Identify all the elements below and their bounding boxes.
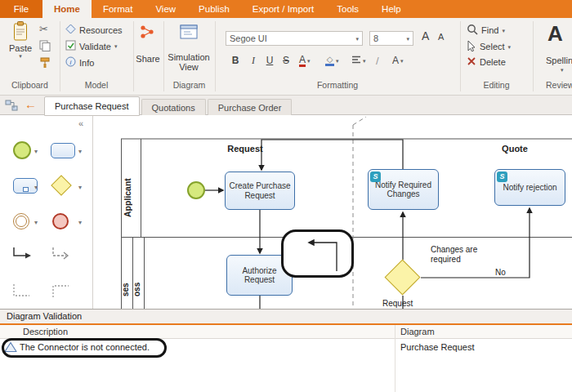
palette-gateway[interactable] (54, 178, 69, 193)
alignment-caret-icon: ▾ (363, 58, 366, 64)
message-flow-icon (51, 256, 74, 265)
ribbon-tab-home[interactable]: Home (42, 0, 92, 18)
delete-button[interactable]: Delete (467, 56, 506, 68)
validate-button[interactable]: Validate ▾ (65, 40, 117, 52)
palette-task[interactable] (51, 143, 75, 158)
collapse-palette-icon[interactable]: « (78, 118, 83, 128)
alignment-button[interactable]: ▾ (351, 52, 366, 69)
group-label-model: Model (60, 80, 133, 90)
tab-purchase-request[interactable]: Purchase Request (44, 96, 140, 116)
data-association-icon (51, 296, 74, 305)
group-label-diagram: Diagram (163, 80, 215, 90)
back-arrow-icon[interactable]: ← (25, 97, 37, 111)
flow-label-request: Request (382, 299, 423, 309)
task-notify-rejection[interactable]: S Notify rejection (494, 169, 565, 206)
flow-label-changes-required: Changes are required (431, 245, 483, 265)
cut-button[interactable]: ✂ (39, 23, 48, 35)
share-button[interactable] (140, 24, 154, 41)
font-size-combo[interactable]: 8 ▾ (369, 31, 413, 46)
diagram-canvas[interactable]: Request Quote Applicant ses oss Create P… (93, 115, 572, 309)
unconnected-connector[interactable] (284, 232, 351, 275)
palette-sequence-flow[interactable] (11, 246, 34, 265)
column-header-diagram: Diagram (400, 327, 435, 336)
grow-font-button[interactable]: A (422, 29, 429, 42)
validation-diagram-name: Purchase Request (400, 342, 475, 352)
line-style-icon: / (376, 55, 379, 67)
task-notify-required-changes[interactable]: S Notify Required Changes (368, 169, 439, 210)
fill-color-button[interactable]: ◇ ▾ (325, 52, 339, 69)
simulation-view-label-line1: Simulation (161, 52, 217, 62)
underline-button[interactable]: U (261, 52, 278, 69)
tab-purchase-order[interactable]: Purchase Order (208, 99, 293, 115)
group-label-clipboard: Clipboard (0, 80, 60, 90)
ribbon-tab-publish[interactable]: Publish (187, 0, 241, 18)
file-menu-tab[interactable]: File (0, 0, 42, 18)
group-divider (533, 21, 534, 91)
search-icon (467, 24, 478, 37)
task-create-purchase-request[interactable]: Create Purchase Request (225, 172, 295, 210)
intermediate-event-caret-icon[interactable]: ▾ (34, 219, 38, 226)
svg-text:i: i (70, 59, 72, 66)
start-event-caret-icon[interactable]: ▾ (34, 148, 38, 155)
ribbon-tab-help[interactable]: Help (370, 0, 413, 18)
column-separator (395, 325, 395, 392)
lane-label-partial-1: ses (121, 270, 132, 309)
resources-button[interactable]: Resources (65, 24, 123, 36)
group-label-formatting: Formatting (215, 80, 460, 90)
ribbon-tab-view[interactable]: View (144, 0, 187, 18)
cursor-icon (467, 40, 476, 53)
send-task-icon: S (370, 172, 381, 182)
text-case-button[interactable]: A ▾ (392, 52, 404, 69)
subprocess-caret-icon[interactable]: ▾ (34, 184, 38, 191)
annotation-highlight-connector (281, 229, 354, 278)
gateway-caret-icon[interactable]: ▾ (78, 184, 82, 191)
strikethrough-button[interactable]: S (278, 52, 294, 69)
palette-data-association[interactable] (51, 283, 74, 305)
start-event-node[interactable] (187, 181, 205, 199)
italic-button[interactable]: I (245, 52, 261, 69)
simulation-view-icon (180, 31, 198, 41)
annotation-highlight-validation (2, 338, 167, 358)
bold-button[interactable]: B (227, 52, 244, 69)
palette-intermediate-event[interactable] (13, 213, 29, 229)
simulation-view-button[interactable] (180, 24, 198, 41)
spelling-caret-icon: ▾ (561, 67, 564, 73)
validate-checkbox-icon (65, 40, 76, 52)
palette-message-flow[interactable] (51, 246, 74, 265)
alignment-icon (351, 56, 361, 65)
shrink-font-button[interactable]: A (438, 32, 444, 42)
ribbon-tab-format[interactable]: Format (92, 0, 144, 18)
tab-quotations[interactable]: Quotations (141, 99, 206, 115)
ribbon-tab-export-import[interactable]: Export / Import (241, 0, 325, 18)
palette-start-event[interactable] (13, 141, 31, 159)
validate-dropdown-caret-icon[interactable]: ▾ (114, 43, 118, 49)
task-icon (51, 143, 75, 158)
font-color-button[interactable]: A ▾ (299, 52, 311, 69)
text-case-icon: A (392, 55, 399, 66)
flow-label-no: No (495, 268, 520, 278)
find-button[interactable]: Find ▾ (467, 24, 505, 37)
intermediate-event-icon (13, 213, 29, 229)
group-label-editing: Editing (460, 80, 533, 90)
select-button[interactable]: Select ▾ (467, 40, 511, 53)
spelling-button[interactable]: Spelling (546, 56, 572, 65)
task-caret-icon[interactable]: ▾ (78, 148, 82, 155)
ribbon-tab-tools[interactable]: Tools (325, 0, 370, 18)
simulation-view-label-line2: View (161, 62, 217, 72)
paste-button[interactable]: Paste ▾ (5, 20, 36, 59)
info-button[interactable]: i Info (65, 56, 94, 69)
phase-header-request: Request (212, 144, 278, 154)
paste-dropdown-caret-icon[interactable]: ▾ (19, 53, 22, 59)
font-family-combo[interactable]: Segoe UI ▾ (226, 31, 363, 46)
text-case-caret-icon: ▾ (400, 58, 404, 64)
line-style-button[interactable]: / (376, 52, 379, 69)
delete-x-icon (467, 56, 476, 68)
palette-association[interactable] (11, 283, 34, 305)
column-header-description: Description (23, 327, 68, 336)
copy-button[interactable] (39, 40, 51, 53)
end-event-caret-icon[interactable]: ▾ (78, 219, 82, 226)
share-icon (140, 31, 154, 41)
diagram-navigator-button[interactable] (5, 100, 18, 113)
format-painter-button[interactable] (39, 57, 51, 70)
palette-end-event[interactable] (52, 213, 69, 229)
